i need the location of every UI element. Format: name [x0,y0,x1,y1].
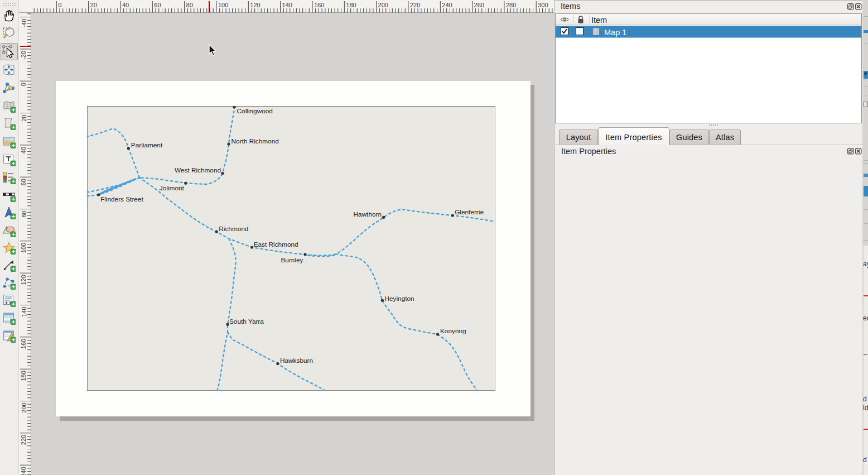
svg-text:Heyington: Heyington [385,295,414,303]
svg-text:180: 180 [21,371,27,381]
svg-text:South Yarra: South Yarra [229,318,264,325]
svg-text:North Richmond: North Richmond [232,137,279,145]
svg-text:-20: -20 [21,51,27,60]
svg-text:0: 0 [58,2,61,8]
svg-text:Kooyong: Kooyong [440,327,466,335]
svg-text:20: 20 [21,115,27,122]
svg-text:60: 60 [154,2,161,8]
svg-text:-40: -40 [21,19,27,28]
svg-text:Flinders Street: Flinders Street [100,195,143,203]
svg-text:Hawthorn: Hawthorn [354,210,382,218]
svg-text:140: 140 [282,2,292,8]
svg-text:East Richmond: East Richmond [254,241,298,248]
svg-text:0: 0 [21,83,27,86]
svg-text:160: 160 [21,339,27,349]
svg-text:Richmond: Richmond [219,225,248,233]
svg-text:160: 160 [314,2,324,8]
svg-text:40: 40 [21,147,27,153]
svg-text:200: 200 [21,403,27,413]
svg-text:Jolimont: Jolimont [160,184,185,192]
svg-text:220: 220 [410,2,420,8]
svg-text:120: 120 [21,275,27,285]
svg-text:300: 300 [538,2,548,8]
svg-text:100: 100 [21,243,27,253]
svg-text:280: 280 [506,2,516,8]
svg-text:Burnley: Burnley [281,256,303,264]
svg-text:220: 220 [21,435,27,445]
svg-text:260: 260 [474,2,484,8]
svg-text:240: 240 [442,2,452,8]
svg-text:100: 100 [218,2,228,8]
svg-text:60: 60 [21,179,27,185]
svg-text:Parliament: Parliament [131,141,163,149]
svg-text:120: 120 [250,2,260,8]
svg-text:Hawksburn: Hawksburn [280,357,313,364]
svg-text:Collingwood: Collingwood [237,107,273,115]
svg-text:200: 200 [378,2,388,8]
svg-text:80: 80 [186,2,193,8]
svg-text:140: 140 [21,307,27,317]
svg-text:Glenferrie: Glenferrie [455,208,484,216]
svg-text:80: 80 [21,211,27,218]
svg-text:20: 20 [90,2,97,8]
svg-text:180: 180 [346,2,356,8]
svg-text:West Richmond: West Richmond [175,166,221,174]
svg-text:240: 240 [21,467,27,475]
svg-text:40: 40 [122,2,129,8]
